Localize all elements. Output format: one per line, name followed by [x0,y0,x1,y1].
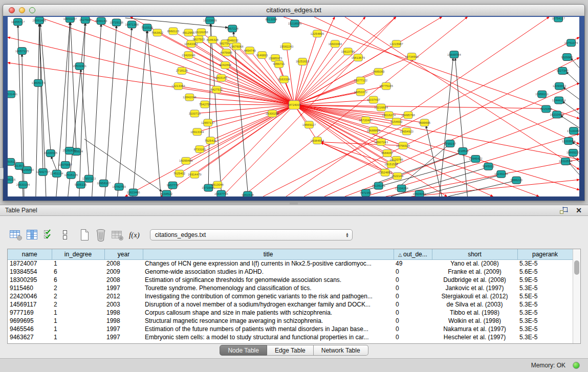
column-header-pagerank[interactable]: pagerank [517,249,573,259]
select-columns-button[interactable] [41,228,56,242]
graph-node-label: 13805173 [32,81,46,84]
table-cell: 5.3E-5 [517,309,573,317]
graph-node-label: 22420046 [182,54,195,57]
network-canvas[interactable]: 1035571720991406106532871527902696616310… [8,17,579,196]
table-cell: Structural magnetic resonance image aver… [143,317,394,325]
table-select-dropdown[interactable]: citations_edges.txt ▲▼ [150,229,353,240]
network-window: citations_edges.txt 10355717209914061065… [3,4,585,201]
graph-node-label: 9886220 [511,179,523,182]
close-window-button[interactable] [9,7,15,13]
row-options-button[interactable] [57,228,73,242]
node-table: namein_degreeyeartitle△out_de...shortpag… [7,249,581,344]
table-scrollbar-thumb[interactable] [574,260,579,275]
graph-edge-black [572,142,579,147]
graph-node-label: 16853372 [354,91,367,94]
column-header-out_de[interactable]: △out_de... [394,249,432,259]
graph-node-label: 11451134 [50,172,63,175]
graph-node-label: 7546032 [227,39,239,42]
table-row[interactable]: 977716911998Corpus callosum shape and si… [8,309,573,317]
column-header-year[interactable]: year [104,249,143,259]
table-cell: Investigating the contribution of common… [143,292,394,300]
table-tabs: Node TableEdge TableNetwork Table [0,345,588,356]
graph-node-label: 9329966 [561,56,573,59]
table-row[interactable]: 1938455462009Genome-wide association stu… [8,268,573,276]
table-row[interactable]: 946362711997Embryonic stem cells: a mode… [8,333,573,341]
graph-node-label: 18913344 [190,130,204,134]
table-row[interactable]: 1456911722003Disruption of a novel membe… [8,300,573,309]
select-columns-icon [42,229,55,241]
graph-edge-red [321,142,403,146]
table-cell: 6 [52,268,104,276]
delete-trash-button[interactable] [93,228,108,242]
close-panel-icon[interactable]: ✕ [576,207,582,214]
new-document-button[interactable] [77,228,92,242]
graph-node-label: 9457771 [167,184,179,187]
graph-node-label: 6966163 [95,19,107,23]
tab-node-table[interactable]: Node Table [220,345,267,356]
graph-node-label: 12203954 [562,140,576,143]
graph-edge-black [210,24,221,191]
hidden-panel-handle[interactable] [0,167,4,180]
graph-node-label: 18495768 [401,114,415,117]
table-cell: 0 [394,284,432,292]
table-cell: 19384554 [8,268,52,276]
graph-node-label: 7525416 [205,139,217,142]
graph-node-label: 18226058 [194,31,208,34]
zoom-window-button[interactable] [29,7,35,13]
graph-node-label: 11037437 [367,98,381,101]
float-panel-icon[interactable] [559,207,568,214]
tab-edge-table[interactable]: Edge Table [267,345,314,356]
table-cell: 2008 [104,276,143,284]
graph-node-label: 1350512 [8,160,16,163]
table-cell: 0 [394,325,432,333]
graph-node-label: 11823466 [126,191,140,194]
table-row[interactable]: 1872400712008Changes of HCN gene express… [8,259,573,268]
table-cell: 0 [394,268,432,276]
table-cell: 1 [52,317,104,325]
graph-node-label: 18775165 [379,84,393,87]
graph-node-label: 16914479 [188,173,202,176]
column-header-in_degree[interactable]: in_degree [52,249,104,259]
graph-node-label: 12942737 [36,170,50,173]
tab-network-table[interactable]: Network Table [314,345,368,356]
function-builder-button[interactable]: f(x) [129,231,140,239]
column-header-short[interactable]: short [432,249,517,259]
table-cell: 0 [394,300,432,309]
graph-node-label: 19734543 [405,55,419,58]
table-cell: 0 [394,276,432,284]
table-cell: 0 [394,309,432,317]
graph-edge-black [566,72,579,84]
table-cell: 5.3E-5 [517,259,573,268]
column-header-title[interactable]: title [143,249,394,259]
table-options-icon [9,229,23,241]
graph-node-label: 10754117 [552,17,565,20]
graph-edge-black [455,58,467,196]
table-options-button[interactable] [8,228,24,242]
show-columns-button[interactable] [25,228,40,242]
table-cell: 1 [52,309,104,317]
splitter-grip[interactable] [290,202,298,204]
minimize-window-button[interactable] [19,7,25,13]
table-row[interactable]: 969969511998Structural magnetic resonanc… [8,317,573,325]
table-row[interactable]: 2242004622012Investigating the contribut… [8,292,573,300]
table-cell: Jankovic et al. (1997) [432,284,517,292]
table-cell: 0 [394,317,432,325]
table-row[interactable]: 911546021997Tourette syndrome. Phenomeno… [8,284,573,292]
graph-node-label: 8475685 [221,51,233,54]
graph-node-label: 12505135 [64,173,78,177]
memory-status-indicator[interactable] [573,362,580,369]
network-window-titlebar[interactable]: citations_edges.txt [3,5,584,16]
table-cell: 2 [52,292,104,300]
graph-node-label: 15813679 [351,56,365,59]
graph-node-label: 18907243 [374,141,388,144]
table-scrollbar[interactable] [573,249,580,343]
graph-node-label: 8427512 [211,88,223,91]
table-row[interactable]: 946554611997Estimation of the future num… [8,325,573,333]
graph-node-label: 7515526 [141,26,154,29]
table-row[interactable]: 1830029562008Estimation of significance … [8,276,573,284]
table-cell: Nakamura et al. (1997) [432,325,517,333]
graph-node-label: 18724007 [288,103,301,106]
column-header-name[interactable]: name [8,249,52,259]
graph-node-label: 3100713 [189,112,201,115]
graph-node-label: 9684067 [381,151,394,155]
